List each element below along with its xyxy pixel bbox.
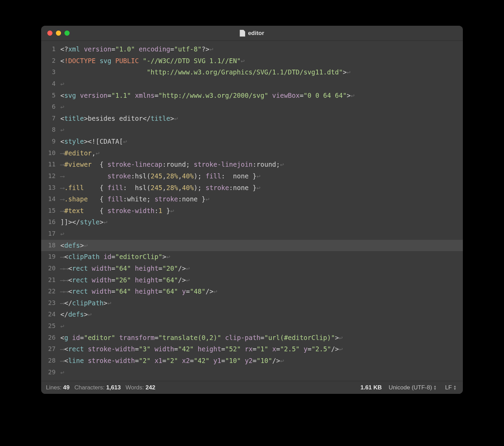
- code-content[interactable]: ⟶#text { stroke-width:1 }↩: [60, 205, 463, 217]
- line-number: 11: [41, 159, 60, 171]
- code-content[interactable]: ⟶<line stroke-width="2" x1="2" x2="42" y…: [60, 355, 463, 367]
- line-number: 29: [41, 367, 60, 378]
- line-number: 5: [41, 90, 60, 102]
- status-characters: Characters: 1,613: [74, 384, 121, 391]
- line-number: 12: [41, 171, 60, 182]
- code-line[interactable]: 26<g id="editor" transform="translate(0,…: [41, 332, 463, 344]
- code-content[interactable]: ⟶#viewer { stroke-linecap:round; stroke-…: [60, 159, 463, 171]
- traffic-lights: [41, 31, 70, 36]
- line-number: 27: [41, 343, 60, 355]
- code-line[interactable]: 10⟶#editor,↩: [41, 148, 463, 159]
- code-content[interactable]: ⟶⟶<rect width="64" height="64" y="48"/>↩: [60, 286, 463, 297]
- code-content[interactable]: <?xml version="1.0" encoding="utf-8"?>↩: [60, 44, 463, 55]
- code-editor[interactable]: 1<?xml version="1.0" encoding="utf-8"?>↩…: [41, 41, 463, 381]
- code-line[interactable]: 17↩: [41, 228, 463, 240]
- code-line[interactable]: 20⟶⟶<rect width="64" height="20"/>↩: [41, 263, 463, 274]
- code-content[interactable]: ⟶#editor,↩: [60, 148, 463, 159]
- line-number: 10: [41, 148, 60, 159]
- code-line[interactable]: 9<style><![CDATA[↩: [41, 136, 463, 148]
- code-content[interactable]: ⟶⟶<rect width="26" height="64"/>↩: [60, 274, 463, 286]
- code-line[interactable]: 11⟶#viewer { stroke-linecap:round; strok…: [41, 159, 463, 171]
- code-line[interactable]: 1<?xml version="1.0" encoding="utf-8"?>↩: [41, 44, 463, 55]
- line-number: 14: [41, 193, 60, 205]
- line-number: 17: [41, 228, 60, 240]
- code-line[interactable]: 5<svg version="1.1" xmlns="http://www.w3…: [41, 90, 463, 102]
- code-line[interactable]: 28⟶<line stroke-width="2" x1="2" x2="42"…: [41, 355, 463, 367]
- code-content[interactable]: <style><![CDATA[↩: [60, 136, 463, 148]
- status-words: Words: 242: [125, 384, 155, 391]
- code-content[interactable]: <svg version="1.1" xmlns="http://www.w3.…: [60, 90, 463, 102]
- code-content[interactable]: ]]></style>↩: [60, 216, 463, 228]
- code-content[interactable]: ⟶.fill { fill: hsl(245,28%,40%); stroke:…: [60, 182, 463, 194]
- code-content[interactable]: <!DOCTYPE svg PUBLIC "-//W3C//DTD SVG 1.…: [60, 55, 463, 67]
- status-filesize: 1.61 KB: [360, 384, 382, 391]
- code-line[interactable]: 6↩: [41, 101, 463, 113]
- line-number: 6: [41, 101, 60, 113]
- code-content[interactable]: ⟶</clipPath>↩: [60, 297, 463, 309]
- code-content[interactable]: ⟶⟶<rect width="64" height="20"/>↩: [60, 263, 463, 274]
- line-number: 25: [41, 320, 60, 332]
- line-ending-dropdown[interactable]: LF ▴▾: [443, 384, 458, 391]
- line-number: 16: [41, 216, 60, 228]
- code-content[interactable]: ⟶<rect stroke-width="3" width="42" heigh…: [60, 343, 463, 355]
- code-line[interactable]: 24</defs>↩: [41, 309, 463, 320]
- line-number: 13: [41, 182, 60, 194]
- code-line[interactable]: 25↩: [41, 320, 463, 332]
- window-title: editor: [41, 30, 463, 37]
- line-number: 2: [41, 55, 60, 67]
- code-line[interactable]: 27⟶<rect stroke-width="3" width="42" hei…: [41, 343, 463, 355]
- line-number: 1: [41, 44, 60, 55]
- code-content[interactable]: ⟶<clipPath id="editorClip">↩: [60, 251, 463, 263]
- code-content[interactable]: ↩: [60, 124, 463, 136]
- code-line[interactable]: 8↩: [41, 124, 463, 136]
- code-line[interactable]: 18<defs>↩: [41, 240, 463, 251]
- code-line[interactable]: 14⟶.shape { fill:white; stroke:none }↩: [41, 193, 463, 205]
- line-number: 8: [41, 124, 60, 136]
- code-line[interactable]: 16]]></style>↩: [41, 216, 463, 228]
- code-line[interactable]: 23⟶</clipPath>↩: [41, 297, 463, 309]
- code-content[interactable]: </defs>↩: [60, 309, 463, 320]
- code-content[interactable]: <defs>↩: [60, 240, 463, 251]
- code-content[interactable]: ↩: [60, 101, 463, 113]
- line-number: 19: [41, 251, 60, 263]
- code-content[interactable]: ⟶.shape { fill:white; stroke:none }↩: [60, 193, 463, 205]
- editor-window: editor 1<?xml version="1.0" encoding="ut…: [41, 26, 463, 394]
- code-content[interactable]: ↩: [60, 367, 463, 378]
- code-line[interactable]: 12⟶ stroke:hsl(245,28%,40%); fill: none …: [41, 171, 463, 182]
- code-line[interactable]: 4↩: [41, 78, 463, 90]
- code-line[interactable]: 2<!DOCTYPE svg PUBLIC "-//W3C//DTD SVG 1…: [41, 55, 463, 67]
- line-number: 9: [41, 136, 60, 148]
- line-number: 21: [41, 274, 60, 286]
- code-content[interactable]: ↩: [60, 78, 463, 90]
- code-line[interactable]: 29↩: [41, 367, 463, 378]
- line-number: 26: [41, 332, 60, 344]
- line-number: 15: [41, 205, 60, 217]
- code-line[interactable]: 13⟶.fill { fill: hsl(245,28%,40%); strok…: [41, 182, 463, 194]
- line-number: 18: [41, 240, 60, 251]
- close-button[interactable]: [47, 31, 52, 36]
- code-line[interactable]: 22⟶⟶<rect width="64" height="64" y="48"/…: [41, 286, 463, 297]
- zoom-button[interactable]: [64, 31, 70, 36]
- statusbar: Lines: 49 Characters: 1,613 Words: 242 1…: [41, 381, 463, 394]
- code-content[interactable]: ↩: [60, 228, 463, 240]
- document-icon: [240, 30, 245, 37]
- encoding-dropdown[interactable]: Unicode (UTF-8) ▴▾: [387, 384, 439, 391]
- code-content[interactable]: <g id="editor" transform="translate(0,2)…: [60, 332, 463, 344]
- code-line[interactable]: 19⟶<clipPath id="editorClip">↩: [41, 251, 463, 263]
- code-line[interactable]: 7<title>besides editor</title>↩: [41, 113, 463, 125]
- line-number: 24: [41, 309, 60, 320]
- line-number: 20: [41, 263, 60, 274]
- status-lines: Lines: 49: [46, 384, 70, 391]
- minimize-button[interactable]: [56, 31, 61, 36]
- titlebar: editor: [41, 26, 463, 41]
- code-content[interactable]: ↩: [60, 320, 463, 332]
- code-line[interactable]: 21⟶⟶<rect width="26" height="64"/>↩: [41, 274, 463, 286]
- line-number: 23: [41, 297, 60, 309]
- code-content[interactable]: "http://www.w3.org/Graphics/SVG/1.1/DTD/…: [60, 67, 463, 78]
- code-content[interactable]: <title>besides editor</title>↩: [60, 113, 463, 125]
- code-line[interactable]: 15⟶#text { stroke-width:1 }↩: [41, 205, 463, 217]
- line-number: 7: [41, 113, 60, 125]
- code-line[interactable]: 3 "http://www.w3.org/Graphics/SVG/1.1/DT…: [41, 67, 463, 78]
- line-number: 22: [41, 286, 60, 297]
- code-content[interactable]: ⟶ stroke:hsl(245,28%,40%); fill: none }↩: [60, 171, 463, 182]
